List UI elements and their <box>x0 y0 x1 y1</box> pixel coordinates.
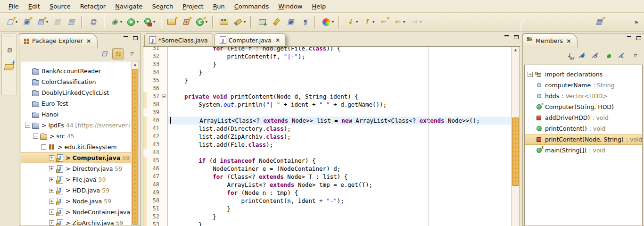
dropdown-arrow-icon[interactable]: ▾ <box>332 20 334 24</box>
tree-item[interactable]: −> edu.kit.filesystem <box>21 142 132 152</box>
dropdown-arrow-icon[interactable]: ▾ <box>244 20 246 24</box>
link-with-editor-button[interactable] <box>112 48 124 59</box>
expand-toggle-icon[interactable]: + <box>528 72 533 77</box>
tree-item[interactable]: −> IpdFs44 [https://svnserver.i <box>21 120 132 131</box>
tree-item[interactable]: +> File.java59 <box>21 174 132 185</box>
editor-tab[interactable]: J*SomeClass.java <box>144 33 213 46</box>
sort-button[interactable] <box>564 50 574 61</box>
expand-toggle-icon[interactable]: + <box>49 209 54 215</box>
next-annotation-button[interactable]: ▾ <box>344 16 359 28</box>
expand-toggle-icon[interactable]: + <box>49 220 54 226</box>
new-window-button[interactable] <box>20 16 33 28</box>
tree-item[interactable]: DoublyLinkedCyclicList <box>21 87 132 98</box>
code-line[interactable]: 53 } <box>143 221 512 226</box>
new-java-class-button[interactable]: ▾ <box>194 16 208 28</box>
code-line[interactable]: 48 ArrayList<? extends Node> tmp = e.get… <box>143 181 512 189</box>
member-item[interactable]: smain(String[]) : void <box>525 145 642 156</box>
close-icon[interactable]: × <box>566 37 571 44</box>
tree-item[interactable]: +> ZipArchiv.java59 <box>21 218 132 226</box>
dropdown-arrow-icon[interactable]: ▾ <box>420 20 421 24</box>
menu-run[interactable]: Run <box>208 1 230 11</box>
expand-toggle-icon[interactable]: + <box>49 177 54 182</box>
menu-refactor[interactable]: Refactor <box>75 1 111 11</box>
previous-annotation-button[interactable]: ▾ <box>361 16 375 28</box>
minimize-button[interactable] <box>124 36 128 40</box>
last-edit-location-button[interactable] <box>377 16 389 28</box>
code-line[interactable]: 46 NodeContainer e = (NodeContainer) d; <box>143 165 512 173</box>
member-item[interactable]: hdds : Vector<HDD> <box>525 91 642 101</box>
member-item[interactable]: printContent(Node, String) : void <box>525 134 642 145</box>
expand-toggle-icon[interactable]: − <box>41 144 46 150</box>
dropdown-arrow-icon[interactable]: ▾ <box>356 20 358 24</box>
dropdown-arrow-icon[interactable]: ▾ <box>16 20 17 24</box>
code-line[interactable]: 43 list.add(File.class); <box>143 141 512 149</box>
code-line[interactable]: 37− private void printContent(Node d, St… <box>143 92 512 100</box>
tree-item[interactable]: ColorClassification <box>21 76 132 87</box>
member-item[interactable]: +import declarations <box>525 69 642 80</box>
color-palette-button[interactable]: ▾ <box>320 16 335 28</box>
view-menu-button[interactable] <box>630 50 640 61</box>
scrollbar-thumb[interactable] <box>512 117 519 186</box>
maximize-button[interactable] <box>636 36 641 40</box>
print-button[interactable] <box>65 16 77 28</box>
dropdown-arrow-icon[interactable]: ▾ <box>120 20 122 24</box>
code-line[interactable]: 52 } <box>143 213 512 221</box>
restore-view-icon[interactable] <box>4 45 15 55</box>
toolbar-overflow-chevron[interactable]: » <box>606 18 644 25</box>
dropdown-arrow-icon[interactable]: ▾ <box>137 20 139 24</box>
maximize-button[interactable] <box>514 35 519 39</box>
code-line[interactable]: 51 } <box>143 205 512 213</box>
open-element-button[interactable] <box>87 16 99 28</box>
show-whitespace-button[interactable] <box>298 16 311 28</box>
new-view-button[interactable]: ▾ <box>34 16 49 28</box>
dropdown-arrow-icon[interactable]: ▾ <box>372 20 374 24</box>
dropdown-arrow-icon[interactable]: ▾ <box>403 20 405 24</box>
menu-window[interactable]: Window <box>273 1 307 11</box>
expand-toggle-icon[interactable]: − <box>25 123 30 128</box>
collapse-all-button[interactable] <box>99 49 109 59</box>
code-line[interactable]: 42 list.add(ZipArchiv.class); <box>143 133 512 141</box>
close-icon[interactable]: × <box>275 37 280 43</box>
run-tool-button[interactable] <box>256 16 268 28</box>
package-explorer-tab[interactable]: Package Explorer × <box>19 33 98 48</box>
code-line[interactable]: 35 } <box>143 76 512 84</box>
menu-search[interactable]: Search <box>148 1 178 11</box>
minimize-button[interactable] <box>504 35 509 39</box>
tree-item[interactable]: BankAccountReader <box>21 66 132 76</box>
tree-item[interactable]: −> src45 <box>21 131 132 142</box>
expand-toggle-icon[interactable]: + <box>49 199 54 204</box>
scrollbar-thumb[interactable] <box>132 69 138 225</box>
code-line[interactable]: 36 <box>143 84 512 92</box>
dropdown-arrow-icon[interactable]: ▾ <box>46 20 48 24</box>
search-button[interactable]: ▾ <box>232 16 247 28</box>
hide-fields-button[interactable] <box>577 50 587 61</box>
menu-source[interactable]: Source <box>45 1 75 11</box>
mark-occurrences-button[interactable] <box>284 16 297 28</box>
code-line[interactable]: 38 System.out.println("|-" + ident + " "… <box>143 100 512 109</box>
menu-file[interactable]: File <box>4 1 24 11</box>
dropdown-arrow-icon[interactable]: ▾ <box>206 20 207 24</box>
member-item[interactable]: computerName : String <box>525 80 642 91</box>
hide-local-types-button[interactable] <box>617 50 627 61</box>
open-perspective-button[interactable] <box>593 16 605 28</box>
menu-edit[interactable]: Edit <box>24 1 45 11</box>
new-button[interactable]: ▾ <box>4 16 18 28</box>
code-line[interactable]: 44 <box>143 149 512 157</box>
editor-tab[interactable]: JComputer.java× <box>215 33 285 46</box>
scroll-up-icon[interactable]: ▲ <box>512 47 520 53</box>
code-line[interactable]: 40 ArrayList<Class<? extends Node>> list… <box>143 117 512 125</box>
tray-drag-handle[interactable] <box>5 36 14 38</box>
highlight-button[interactable] <box>270 16 282 28</box>
code-line[interactable]: 41 list.add(Directory.class); <box>143 125 512 133</box>
member-item[interactable]: printContent() : void <box>525 123 642 134</box>
back-button[interactable]: ▾ <box>391 16 406 28</box>
menu-navigate[interactable]: Navigate <box>110 1 147 11</box>
code-line[interactable]: 34 } <box>143 68 512 76</box>
new-java-project-button[interactable] <box>165 16 178 28</box>
tree-item[interactable]: +> HDD.java59 <box>21 185 132 196</box>
minimize-button[interactable] <box>627 36 632 40</box>
expand-toggle-icon[interactable]: + <box>49 155 54 160</box>
expand-toggle-icon[interactable]: + <box>49 166 54 171</box>
debug-button[interactable]: ▾ <box>108 16 123 28</box>
new-java-package-button[interactable] <box>180 16 192 28</box>
